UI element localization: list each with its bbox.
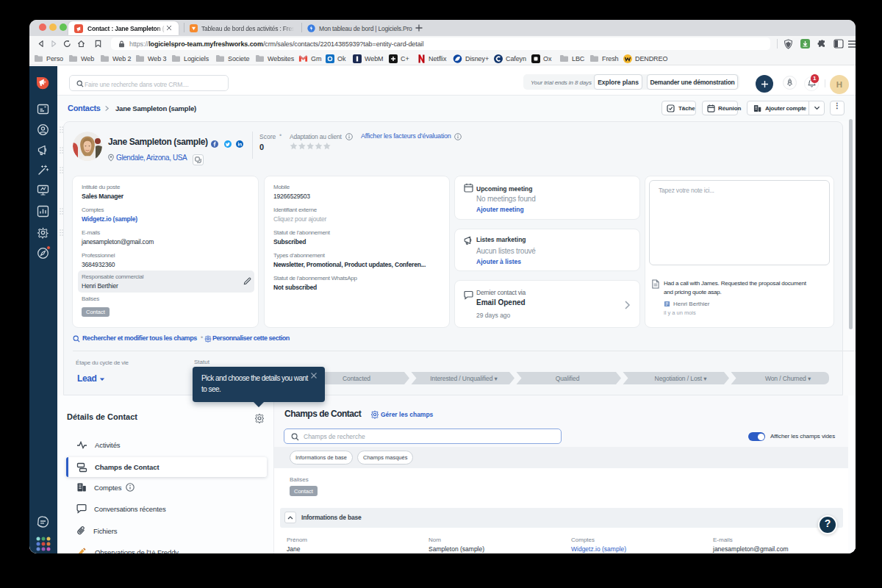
svg-text:Interested / Unqualified ▾: Interested / Unqualified ▾: [430, 375, 498, 382]
svg-text:Negotiation / Lost ▾: Negotiation / Lost ▾: [655, 375, 708, 382]
svg-text:Contacted: Contacted: [343, 375, 370, 382]
svg-text:Qualified: Qualified: [556, 375, 580, 382]
svg-text:Won / Churned ▾: Won / Churned ▾: [765, 375, 811, 382]
